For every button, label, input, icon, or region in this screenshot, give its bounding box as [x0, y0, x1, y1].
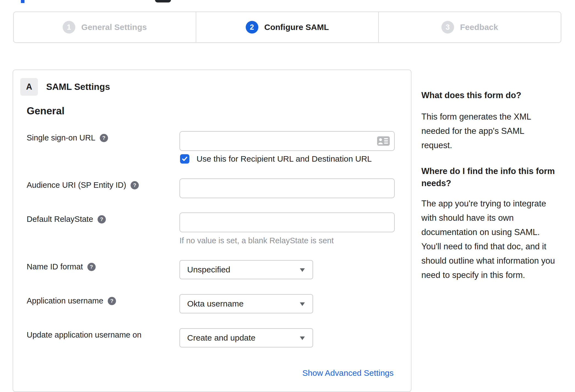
panel-header: A SAML Settings: [20, 78, 110, 96]
relay-state-help-icon[interactable]: ?: [98, 215, 106, 223]
relay-state-label: Default RelayState: [27, 215, 93, 224]
relay-state-row: Default RelayState ? If no value is set,…: [27, 212, 411, 245]
update-username-select[interactable]: Create and update: [179, 328, 313, 347]
audience-uri-help-icon[interactable]: ?: [131, 181, 139, 189]
cutoff-dark-artifact: [155, 0, 171, 2]
audience-uri-input[interactable]: [179, 178, 395, 198]
saml-settings-panel: A SAML Settings General Single sign-on U…: [13, 70, 411, 392]
sso-url-input[interactable]: [179, 131, 395, 151]
application-username-help-icon[interactable]: ?: [108, 297, 116, 305]
name-id-format-select[interactable]: Unspecified: [179, 260, 313, 279]
recipient-url-checkbox-label: Use this for Recipient URL and Destinati…: [197, 154, 372, 164]
step-2-circle: 2: [246, 21, 258, 34]
panel-title: SAML Settings: [46, 82, 110, 92]
step-feedback[interactable]: 3 Feedback: [378, 12, 561, 42]
application-username-select[interactable]: Okta username: [179, 294, 313, 313]
sidebar-heading-what: What does this form do?: [421, 89, 557, 101]
application-username-row: Application username ? Okta username: [27, 294, 411, 313]
step-3-circle: 3: [441, 21, 454, 34]
name-id-format-label: Name ID format: [27, 262, 83, 271]
contact-card-icon: [377, 136, 390, 146]
step-configure-saml[interactable]: 2 Configure SAML: [196, 12, 378, 42]
section-a-badge: A: [20, 78, 38, 96]
application-username-label: Application username: [27, 296, 103, 305]
wizard-stepper: 1 General Settings 2 Configure SAML 3 Fe…: [13, 12, 561, 43]
sso-checkbox-row: Use this for Recipient URL and Destinati…: [179, 154, 411, 164]
update-username-row: Update application username on Create an…: [27, 328, 411, 347]
step-general-settings[interactable]: 1 General Settings: [14, 12, 196, 42]
show-advanced-settings-link[interactable]: Show Advanced Settings: [302, 368, 394, 378]
name-id-format-help-icon[interactable]: ?: [87, 263, 96, 271]
help-sidebar: What does this form do? This form genera…: [421, 89, 557, 282]
update-username-label: Update application username on: [27, 330, 142, 339]
name-id-format-value: Unspecified: [187, 265, 230, 274]
recipient-url-checkbox[interactable]: [180, 154, 189, 164]
name-id-format-row: Name ID format ? Unspecified: [27, 260, 411, 279]
step-1-circle: 1: [63, 21, 75, 34]
step-1-label: General Settings: [81, 23, 147, 32]
sidebar-para-where: The app you're trying to integrate with …: [421, 197, 557, 282]
sidebar-heading-where: Where do I find the info this form needs…: [421, 165, 557, 189]
checkmark-icon: [181, 156, 188, 162]
general-section-heading: General: [27, 105, 65, 117]
audience-uri-row: Audience URI (SP Entity ID) ?: [27, 178, 411, 198]
cutoff-blue-artifact: [21, 0, 24, 3]
step-3-label: Feedback: [460, 23, 498, 32]
step-2-label: Configure SAML: [264, 23, 329, 32]
sso-url-help-icon[interactable]: ?: [100, 134, 108, 142]
sso-url-row: Single sign-on URL ?: [27, 131, 411, 164]
sidebar-para-what: This form generates the XML needed for t…: [421, 110, 557, 153]
sso-url-label: Single sign-on URL: [27, 133, 95, 142]
update-username-value: Create and update: [187, 333, 256, 343]
relay-state-helper-text: If no value is set, a blank RelayState i…: [179, 236, 411, 245]
audience-uri-label: Audience URI (SP Entity ID): [27, 181, 126, 190]
application-username-value: Okta username: [187, 299, 244, 308]
relay-state-input[interactable]: [179, 212, 395, 232]
